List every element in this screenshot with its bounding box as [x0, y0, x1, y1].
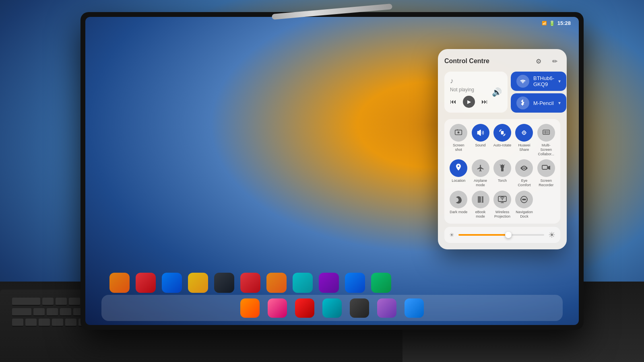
svg-rect-8: [547, 131, 549, 134]
toggles-row2: Location Airplanemode: [449, 159, 555, 187]
torch-label: Torch: [498, 179, 507, 183]
sound-label: Sound: [475, 143, 486, 148]
key: [12, 298, 40, 306]
dock-app-icon[interactable]: [240, 298, 260, 318]
edit-icon[interactable]: ✏: [549, 56, 560, 67]
play-button[interactable]: ▶: [463, 96, 475, 108]
not-playing-label: Not playing: [450, 87, 488, 93]
dock-app-icon[interactable]: [322, 298, 342, 318]
media-player: ♪ Not playing ⏮ ▶ ⏭ 🔊: [444, 72, 508, 113]
wireless-projection-toggle[interactable]: WirelessProjection: [493, 191, 512, 219]
app-icon[interactable]: [188, 273, 208, 293]
wifi-toggle[interactable]: BTHub6-GKQ9 ▾: [511, 72, 566, 91]
home-screen-icons: [109, 273, 418, 293]
navigation-dock-icon: [515, 191, 533, 208]
app-icon[interactable]: [371, 273, 391, 293]
wireless-projection-label: WirelessProjection: [494, 210, 510, 219]
svg-rect-12: [501, 165, 504, 167]
prev-button[interactable]: ⏮: [450, 98, 456, 105]
key: [12, 308, 31, 316]
app-icon[interactable]: [109, 273, 130, 293]
dock: [101, 295, 563, 321]
app-icon[interactable]: [293, 273, 313, 293]
location-icon: [450, 159, 467, 177]
ebook-toggle[interactable]: eBookmode: [471, 191, 489, 219]
svg-line-14: [500, 165, 501, 166]
app-icon[interactable]: [345, 273, 365, 293]
bt-chevron: ▾: [558, 100, 561, 106]
key: [69, 298, 80, 306]
key: [60, 308, 71, 316]
svg-rect-2: [457, 130, 458, 131]
torch-toggle[interactable]: Torch: [493, 159, 512, 187]
autorotate-label: Auto-rotate: [493, 143, 512, 148]
dock-app-icon[interactable]: [405, 298, 424, 318]
brightness-section: ☀ ☀: [444, 227, 560, 243]
app-icon[interactable]: [136, 273, 156, 293]
dark-mode-label: Dark mode: [450, 210, 467, 214]
eye-comfort-label: Eye Comfort: [515, 179, 533, 187]
status-bar: 📶 🔋 15:28: [542, 20, 571, 26]
app-icon[interactable]: [266, 273, 287, 293]
sound-toggle[interactable]: Sound: [471, 124, 489, 156]
autorotate-toggle[interactable]: Auto-rotate: [493, 124, 512, 156]
screenshot-toggle[interactable]: Screenshot: [449, 124, 468, 156]
eye-comfort-toggle[interactable]: Eye Comfort: [515, 159, 533, 187]
multiscreen-label: Multi-ScreenCollabor...: [537, 143, 555, 156]
svg-line-15: [504, 165, 505, 166]
app-icon[interactable]: [240, 273, 260, 293]
next-button[interactable]: ⏭: [481, 98, 488, 105]
brightness-thumb[interactable]: [505, 232, 512, 238]
location-toggle[interactable]: Location: [449, 159, 468, 187]
dock-app-icon[interactable]: [268, 298, 287, 318]
battery-icon: 🔋: [549, 21, 555, 26]
toggles-row3: Dark mode eBookmode: [449, 191, 555, 219]
navigation-dock-toggle[interactable]: NavigationDock: [515, 191, 533, 219]
key: [12, 319, 23, 327]
app-icon[interactable]: [214, 273, 234, 293]
screen-recorder-toggle[interactable]: ScreenRecorder: [537, 159, 555, 187]
svg-rect-16: [542, 165, 547, 169]
toggles-row1: Screenshot Sound: [449, 124, 555, 156]
settings-icon[interactable]: ⚙: [533, 56, 544, 67]
svg-rect-23: [522, 199, 526, 200]
svg-rect-10: [501, 168, 504, 171]
dark-mode-toggle[interactable]: Dark mode: [449, 191, 468, 219]
huawei-share-toggle[interactable]: HuaweiShare: [515, 124, 533, 156]
media-controls: ⏮ ▶ ⏭: [450, 96, 488, 108]
airplane-toggle[interactable]: Airplanemode: [471, 159, 489, 187]
key: [39, 319, 50, 327]
svg-point-21: [502, 199, 503, 200]
brightness-track[interactable]: [458, 234, 544, 236]
wifi-chevron: ▾: [558, 78, 561, 84]
dock-app-icon[interactable]: [350, 298, 369, 318]
ebook-icon: [472, 191, 489, 208]
tablet-screen: 📶 🔋 15:28: [85, 17, 579, 325]
wireless-projection-icon: [493, 191, 511, 208]
bluetooth-name: M-Pencil: [533, 100, 554, 106]
network-section: BTHub6-GKQ9 ▾ M-Pencil ▾: [511, 72, 566, 113]
signal-icon: 📶: [542, 21, 547, 25]
volume-icon[interactable]: 🔊: [492, 87, 502, 97]
app-icon[interactable]: [162, 273, 182, 293]
svg-rect-3: [501, 131, 504, 134]
key: [33, 308, 45, 316]
app-icon[interactable]: [319, 273, 339, 293]
location-label: Location: [452, 179, 465, 183]
torch-icon: [493, 159, 511, 177]
airplane-icon: [472, 159, 489, 177]
screenshot-icon: [450, 124, 467, 142]
cc-header-icons: ⚙ ✏: [533, 56, 560, 67]
bluetooth-icon: [516, 97, 529, 109]
control-centre-panel: Control Centre ⚙ ✏ ♪ Not playing ⏮ ▶: [438, 49, 567, 249]
wifi-icon: [516, 75, 529, 88]
dock-app-icon[interactable]: [377, 298, 396, 318]
multiscreen-toggle[interactable]: Multi-ScreenCollabor...: [537, 124, 555, 156]
screen-recorder-label: ScreenRecorder: [539, 179, 553, 187]
music-icon: ♪: [450, 77, 488, 85]
dock-app-icon[interactable]: [295, 298, 314, 318]
sound-icon: [472, 124, 489, 142]
ebook-label: eBookmode: [475, 210, 486, 219]
svg-rect-7: [543, 131, 546, 134]
bluetooth-toggle[interactable]: M-Pencil ▾: [511, 93, 566, 113]
